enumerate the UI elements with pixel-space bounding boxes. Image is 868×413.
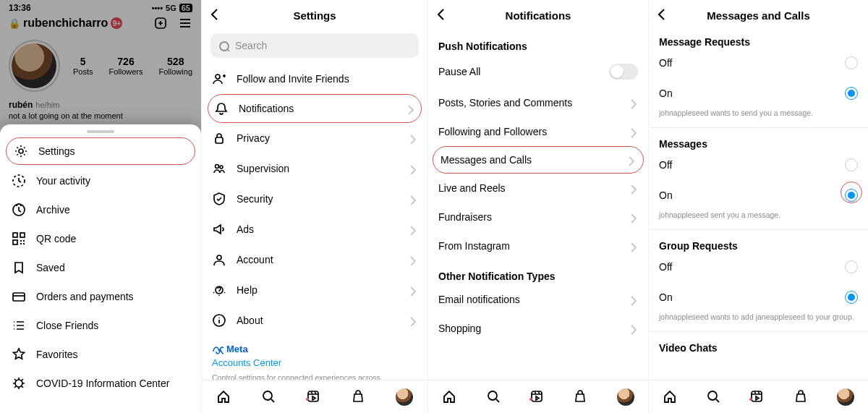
radio-on[interactable] — [845, 291, 858, 304]
card-icon — [12, 289, 26, 304]
row-about[interactable]: About — [202, 305, 427, 336]
settings-screen: Settings Search Follow and Invite Friend… — [201, 0, 427, 413]
sheet-covid[interactable]: COVID-19 Information Center — [0, 369, 201, 398]
back-button[interactable] — [208, 7, 222, 22]
meta-logo: Meta — [212, 343, 417, 354]
nav-reels-icon[interactable] — [306, 389, 322, 405]
msgreq-on[interactable]: On — [649, 78, 868, 108]
chevron-icon — [406, 223, 417, 235]
row-invite[interactable]: Follow and Invite Friends — [202, 64, 427, 94]
back-button[interactable] — [434, 7, 448, 22]
sheet-archive[interactable]: Archive — [0, 195, 201, 224]
chevron-icon — [406, 254, 417, 265]
row-notifications[interactable]: Notifications — [208, 94, 422, 123]
messages-calls-screen: Messages and Calls Message Requests Off … — [648, 0, 868, 413]
bottom-nav — [428, 380, 648, 413]
groupreq-header: Group Requests — [649, 229, 868, 252]
back-button[interactable] — [655, 7, 669, 22]
messages-off[interactable]: Off — [649, 150, 868, 180]
row-from-ig[interactable]: From Instagram — [428, 231, 648, 260]
row-fundraisers[interactable]: Fundraisers — [428, 203, 648, 231]
chevron-icon — [624, 154, 636, 166]
row-following[interactable]: Following and Followers — [428, 117, 648, 146]
nav-home-icon[interactable] — [442, 389, 458, 405]
sheet-qr[interactable]: QR code — [0, 224, 201, 253]
nav-reels-icon[interactable] — [529, 389, 545, 405]
activity-icon — [12, 174, 26, 188]
nav-search-icon[interactable] — [261, 389, 277, 405]
row-security[interactable]: Security — [202, 184, 427, 214]
chevron-icon — [406, 315, 417, 326]
grabber[interactable] — [87, 130, 114, 133]
qr-icon — [12, 231, 26, 246]
nav-shop-icon[interactable] — [573, 389, 589, 405]
row-privacy[interactable]: Privacy — [202, 123, 427, 153]
sheet-activity[interactable]: Your activity — [0, 166, 201, 195]
chevron-icon — [626, 240, 638, 252]
account-icon — [212, 252, 226, 267]
nav-profile-icon[interactable] — [837, 388, 854, 406]
messages-header: Messages — [649, 127, 868, 150]
lock-icon — [212, 131, 226, 145]
row-messages-calls[interactable]: Messages and Calls — [433, 146, 644, 174]
chevron-icon — [404, 103, 415, 114]
row-live[interactable]: Live and Reels — [428, 174, 648, 203]
row-pause-all[interactable]: Pause All — [428, 55, 648, 88]
saved-icon — [12, 260, 26, 275]
nav-profile-icon[interactable] — [617, 388, 634, 406]
radio-off[interactable] — [845, 56, 858, 69]
chevron-icon — [626, 294, 638, 305]
messages-sub: johnappleseed sent you a message. — [649, 210, 868, 229]
row-account[interactable]: Account — [202, 244, 427, 275]
star-icon — [12, 347, 26, 362]
nav-home-icon[interactable] — [663, 389, 678, 405]
row-help[interactable]: Help — [202, 275, 427, 305]
sheet-orders[interactable]: Orders and payments — [0, 282, 201, 311]
push-header: Push Notifications — [428, 30, 648, 55]
msgreq-header: Message Requests — [649, 30, 868, 48]
sheet-saved[interactable]: Saved — [0, 253, 201, 282]
bottom-nav — [202, 380, 427, 413]
sheet-settings[interactable]: Settings — [6, 137, 195, 165]
pause-switch[interactable] — [609, 64, 638, 80]
covid-icon — [12, 376, 26, 391]
messages-on[interactable]: On — [649, 180, 868, 210]
nav-search-icon[interactable] — [706, 389, 722, 405]
page-title: Settings — [293, 9, 336, 22]
groupreq-off[interactable]: Off — [649, 252, 868, 282]
chevron-icon — [406, 284, 417, 296]
row-supervision[interactable]: Supervision — [202, 153, 427, 184]
sheet-favorites[interactable]: Favorites — [0, 340, 201, 369]
other-header: Other Notification Types — [428, 260, 648, 285]
groupreq-on[interactable]: On — [649, 282, 868, 312]
row-email[interactable]: Email notifications — [428, 285, 648, 314]
profile-screen: 13:36 •••• 5G 65 🔒 rubenchicharro 9+ 5Po… — [0, 0, 201, 413]
invite-icon — [212, 72, 226, 86]
chevron-icon — [626, 97, 638, 108]
nav-search-icon[interactable] — [486, 389, 502, 405]
radio-off[interactable] — [845, 158, 858, 171]
nav-profile-icon[interactable] — [396, 388, 413, 406]
groupreq-sub: johnappleseed wants to add janeappleseed… — [649, 312, 868, 331]
sheet-close-friends[interactable]: Close Friends — [0, 311, 201, 340]
chevron-icon — [626, 323, 638, 334]
msgreq-sub: johnappleseed wants to send you a messag… — [649, 108, 868, 127]
nav-home-icon[interactable] — [216, 389, 232, 405]
gear-icon — [14, 144, 28, 158]
archive-icon — [12, 203, 26, 217]
radio-off[interactable] — [845, 260, 858, 273]
row-shopping[interactable]: Shopping — [428, 314, 648, 343]
info-icon — [212, 313, 226, 328]
ads-icon — [212, 222, 226, 237]
nav-reels-icon[interactable] — [749, 389, 765, 405]
list-icon — [12, 318, 26, 333]
nav-shop-icon[interactable] — [351, 389, 367, 405]
nav-shop-icon[interactable] — [793, 389, 809, 405]
radio-on[interactable] — [845, 87, 858, 100]
accounts-center-link[interactable]: Accounts Center — [212, 357, 417, 368]
search-input[interactable]: Search — [210, 33, 419, 58]
help-icon — [212, 283, 226, 297]
msgreq-off[interactable]: Off — [649, 48, 868, 78]
row-posts[interactable]: Posts, Stories and Comments — [428, 88, 648, 117]
row-ads[interactable]: Ads — [202, 214, 427, 244]
